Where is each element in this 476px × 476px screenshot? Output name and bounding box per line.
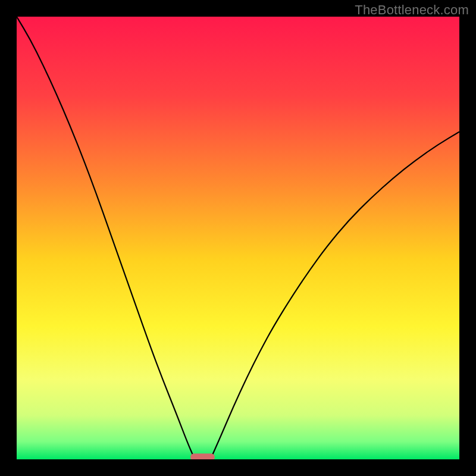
gradient-background [17,17,459,459]
chart-frame [17,17,459,459]
watermark-text: TheBottleneck.com [355,2,469,18]
chart-svg [17,17,459,459]
minimum-marker [190,453,215,459]
